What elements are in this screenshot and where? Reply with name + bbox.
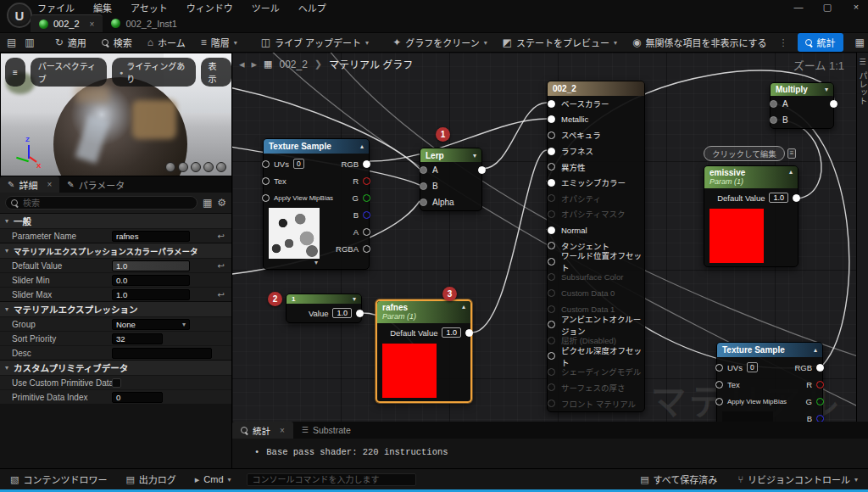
output-log-button[interactable]: ▤ 出力ログ xyxy=(122,471,179,488)
collapse-icon[interactable]: ▾ xyxy=(264,259,369,269)
material-input-pin[interactable] xyxy=(548,131,555,139)
maximize-button[interactable]: ▢ xyxy=(821,2,834,13)
material-input-pin[interactable] xyxy=(548,305,555,313)
material-input-pin[interactable] xyxy=(548,100,555,108)
input-pin[interactable] xyxy=(770,116,777,124)
node-texture-sample-1[interactable]: Texture Sample ▴ UVs 0 Tex Apply View Mi… xyxy=(263,138,370,270)
menu-item[interactable]: ヘルプ xyxy=(298,1,326,14)
output-pin[interactable] xyxy=(363,228,370,236)
collapse-icon[interactable]: ▴ xyxy=(789,168,793,187)
platform-stats-button[interactable]: ▦ プラットフォームの統計 xyxy=(852,34,868,51)
close-button[interactable]: × xyxy=(849,2,863,13)
output-pin[interactable] xyxy=(363,245,370,253)
node-material-result[interactable]: 002_2 ベースカラー Metallic スペキュラ xyxy=(547,81,645,412)
slider-min-input[interactable]: 0.0 xyxy=(112,275,190,286)
tab-stats[interactable]: 統計 × xyxy=(232,422,293,439)
uvs-value[interactable]: 0 xyxy=(293,159,304,169)
cube-shape-button[interactable] xyxy=(203,162,214,172)
sphere-shape-button[interactable] xyxy=(178,162,188,172)
reset-button[interactable]: ↩ xyxy=(218,290,225,299)
cmd-dropdown[interactable]: ▸ Cmd ▾ xyxy=(192,472,235,487)
emissive-output-pin[interactable] xyxy=(793,194,800,202)
live-update-button[interactable]: ◫ ライブ アップデート ▾ xyxy=(258,34,372,51)
primitive-data-index-input[interactable]: 0 xyxy=(112,392,163,403)
emissive-default-value[interactable]: 1.0 xyxy=(769,193,788,203)
section-general[interactable]: ▾ 一般 xyxy=(0,213,231,228)
material-input-pin[interactable] xyxy=(548,210,555,218)
preview-state-button[interactable]: ◩ ステートをプレビュー ▾ xyxy=(499,34,620,51)
sort-priority-input[interactable]: 32 xyxy=(112,333,163,344)
reset-button[interactable]: ↩ xyxy=(218,232,225,241)
material-input-pin[interactable] xyxy=(548,258,555,266)
node-emissive-param[interactable]: emissive Param (1) ▴ Default Value 1.0 xyxy=(704,165,798,267)
browse-icon[interactable]: ▥ xyxy=(25,37,34,48)
node-rafnes-param[interactable]: rafnes Param (1) ▴ Default Value 1.0 xyxy=(376,299,472,403)
input-pin[interactable] xyxy=(420,182,427,190)
back-arrow-icon[interactable]: ◂ xyxy=(239,58,245,70)
section-scalar-parameter[interactable]: ▾ マテリアルエクスプレッションスカラーパラメータ xyxy=(0,243,231,258)
perspective-button[interactable]: パースペクティブ xyxy=(31,58,107,87)
output-pin[interactable] xyxy=(816,415,824,422)
breadcrumb-root[interactable]: 002_2 xyxy=(279,59,307,70)
slider-max-input[interactable]: 1.0 xyxy=(112,289,190,300)
tab-details[interactable]: ✎ 詳細 × xyxy=(0,176,59,193)
clean-graph-button[interactable]: ✦ グラフをクリーン ▾ xyxy=(389,34,491,51)
tab-substrate[interactable]: ☰ Substrate xyxy=(293,422,359,439)
tab-close-icon[interactable]: × xyxy=(90,20,95,29)
constant-output-pin[interactable] xyxy=(356,310,364,317)
output-pin[interactable] xyxy=(363,160,370,168)
material-input-pin[interactable] xyxy=(548,289,555,297)
hierarchy-button[interactable]: ≡ 階層 ▾ xyxy=(198,34,241,51)
constant-value[interactable]: 1.0 xyxy=(332,308,352,318)
material-input-pin[interactable] xyxy=(548,163,555,171)
pin-tex[interactable] xyxy=(262,177,270,185)
node-comment-bubble[interactable]: クリックして編集 ≡ xyxy=(704,146,796,161)
desc-input[interactable] xyxy=(112,348,212,359)
plane-shape-button[interactable] xyxy=(191,162,201,172)
input-pin[interactable] xyxy=(420,198,427,206)
pin-uvs[interactable] xyxy=(262,160,270,168)
menu-item[interactable]: ツール xyxy=(252,1,280,14)
material-input-pin[interactable] xyxy=(548,194,555,202)
section-custom-primitive-data[interactable]: ▾ カスタムプリミティブデータ xyxy=(0,360,231,375)
pin-tex[interactable] xyxy=(715,381,723,389)
view-options-icon[interactable]: ▦ xyxy=(203,197,212,209)
minimize-button[interactable]: — xyxy=(792,2,805,13)
parameter-name-input[interactable]: rafnes xyxy=(112,231,190,242)
multiply-output-pin[interactable] xyxy=(830,100,837,108)
uvs-value[interactable]: 0 xyxy=(747,362,758,372)
forward-arrow-icon[interactable]: ▸ xyxy=(252,58,258,70)
pin-mipbias[interactable] xyxy=(262,194,270,202)
node-texture-sample-2[interactable]: Texture Sample ▴ UVs 0 Tex Apply View Mi… xyxy=(716,342,823,422)
details-search-input[interactable] xyxy=(5,196,198,210)
lerp-output-pin[interactable] xyxy=(478,166,486,174)
reset-button[interactable]: ↩ xyxy=(218,261,225,271)
input-pin[interactable] xyxy=(770,100,777,108)
collapse-icon[interactable]: ▾ xyxy=(473,152,476,159)
node-multiply[interactable]: Multiply ▾ A B xyxy=(770,82,834,129)
group-dropdown[interactable]: None ▾ xyxy=(112,319,190,330)
save-icon[interactable]: ▤ xyxy=(7,37,16,48)
tab-002-2[interactable]: 002_2 × xyxy=(31,14,103,32)
rafnes-output-pin[interactable] xyxy=(465,329,473,337)
node-constant-1[interactable]: 1 ▾ Value 1.0 xyxy=(286,294,362,323)
menu-item[interactable]: ファイル xyxy=(37,1,75,14)
texture-thumbnail[interactable] xyxy=(269,208,320,259)
show-button[interactable]: 表示 xyxy=(201,58,231,87)
collapse-icon[interactable]: ▴ xyxy=(462,303,465,321)
material-input-pin[interactable] xyxy=(548,368,555,376)
stats-toggle-button[interactable]: 統計 xyxy=(798,33,843,52)
material-input-pin[interactable] xyxy=(548,337,555,344)
section-material-expression[interactable]: ▾ マテリアルエクスプレッション xyxy=(0,301,231,316)
material-input-pin[interactable] xyxy=(548,179,555,187)
palette-side-tab[interactable]: ☰ パレット xyxy=(856,53,868,422)
tab-002-2-inst1[interactable]: 002_2_Inst1 xyxy=(103,14,186,32)
tab-close-icon[interactable]: × xyxy=(280,426,285,435)
collapse-icon[interactable]: ▴ xyxy=(360,143,364,150)
default-value-input[interactable]: 1.0 xyxy=(112,260,190,271)
output-pin[interactable] xyxy=(363,211,370,219)
cylinder-shape-button[interactable] xyxy=(165,162,175,172)
material-input-pin[interactable] xyxy=(548,273,555,281)
material-input-pin[interactable] xyxy=(548,226,555,234)
material-input-pin[interactable] xyxy=(548,115,555,123)
